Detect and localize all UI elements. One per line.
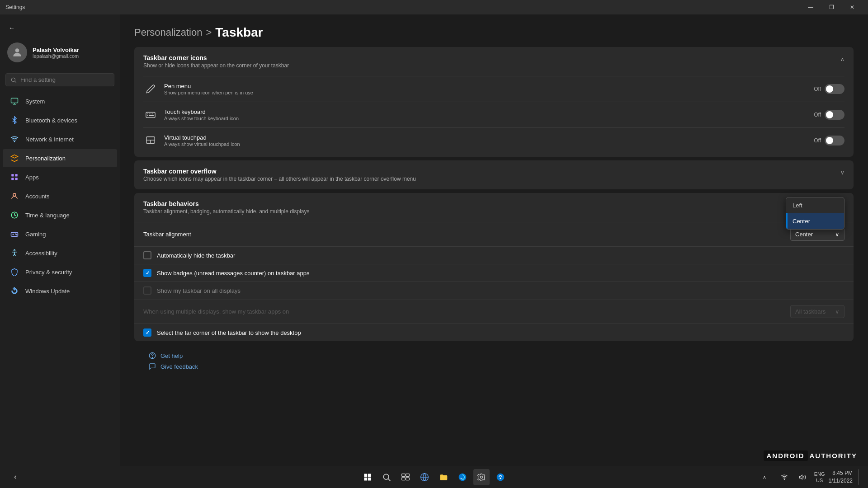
svg-point-6: [14, 141, 15, 142]
auto-hide-checkbox[interactable]: [143, 251, 151, 259]
show-desktop-button[interactable]: [858, 469, 861, 485]
sidebar-label-time: Time & language: [25, 212, 70, 219]
corner-icons-header[interactable]: Taskbar corner icons Show or hide icons …: [134, 47, 854, 76]
svg-point-20: [14, 250, 15, 251]
minimize-button[interactable]: —: [800, 0, 821, 14]
touch-keyboard-toggle[interactable]: [825, 110, 844, 120]
behaviors-section: Taskbar behaviors Taskbar alignment, bad…: [134, 193, 854, 341]
user-profile[interactable]: Palash Volvoikar lepalash@gmail.com: [0, 37, 120, 68]
show-desktop-label: Select the far corner of the taskbar to …: [157, 329, 301, 336]
sidebar-label-privacy: Privacy & security: [25, 269, 72, 276]
show-desktop-checkbox[interactable]: [143, 328, 151, 337]
sidebar-item-network[interactable]: Network & internet: [3, 130, 117, 148]
behaviors-subtitle: Taskbar alignment, badging, automaticall…: [143, 208, 840, 215]
app-container: ← Palash Volvoikar lepalash@gmail.com: [0, 14, 868, 488]
sys-tray: [776, 469, 811, 485]
restore-button[interactable]: ❐: [821, 0, 842, 14]
volume-icon[interactable]: [794, 469, 811, 485]
brush-icon: [10, 154, 19, 163]
taskbar-files-icon[interactable]: [435, 469, 452, 485]
network-status-icon[interactable]: [776, 469, 793, 485]
svg-point-13: [13, 193, 16, 196]
touch-keyboard-state: Off: [814, 112, 821, 118]
svg-point-44: [481, 476, 483, 479]
sidebar-item-system[interactable]: System: [3, 92, 117, 110]
alignment-dropdown-button[interactable]: Center ∨: [790, 228, 844, 241]
corner-overflow-header[interactable]: Taskbar corner overflow Choose which ico…: [134, 160, 854, 189]
corner-icons-section: Taskbar corner icons Show or hide icons …: [134, 47, 854, 157]
sidebar-item-update[interactable]: Windows Update: [3, 282, 117, 300]
svg-point-18: [15, 234, 16, 235]
taskbar-clock[interactable]: 8:45 PM 1/11/2022: [829, 469, 853, 485]
clock-time: 8:45 PM: [829, 469, 853, 477]
back-button[interactable]: ←: [5, 22, 18, 34]
pen-menu-toggle[interactable]: [825, 84, 844, 94]
taskbar-start-icon[interactable]: [359, 469, 376, 485]
sidebar-item-accounts[interactable]: Accounts: [3, 187, 117, 205]
sidebar-label-accounts: Accounts: [25, 193, 49, 200]
auto-hide-row: Automatically hide the taskbar: [134, 246, 854, 264]
close-button[interactable]: ✕: [842, 0, 863, 14]
virtual-touchpad-title: Virtual touchpad: [164, 134, 814, 141]
behaviors-header[interactable]: Taskbar behaviors Taskbar alignment, bad…: [134, 193, 854, 222]
svg-marker-48: [799, 475, 802, 479]
virtual-touchpad-toggle[interactable]: [825, 136, 844, 145]
watermark-authority: AUTHORITY: [810, 452, 858, 460]
shield-icon: [10, 267, 19, 277]
sidebar-label-accessibility: Accessibility: [25, 250, 57, 257]
taskbar-tray-chevron-icon[interactable]: ∧: [756, 469, 773, 485]
lang-bottom: US: [814, 477, 825, 483]
give-feedback-link[interactable]: Give feedback: [149, 363, 839, 370]
all-displays-label: Show my taskbar on all displays: [157, 287, 241, 294]
sidebar-item-gaming[interactable]: Gaming: [3, 225, 117, 243]
game-icon: [10, 230, 19, 239]
sidebar-item-time[interactable]: Time & language: [3, 206, 117, 224]
svg-rect-35: [364, 478, 368, 481]
badges-row: Show badges (unread messages counter) on…: [134, 264, 854, 282]
multi-display-row: When using multiple displays, show my ta…: [134, 299, 854, 324]
all-displays-row: Show my taskbar on all displays: [134, 282, 854, 299]
svg-point-37: [383, 474, 389, 479]
taskbar-center: [359, 469, 509, 485]
search-input[interactable]: [20, 76, 109, 83]
search-box[interactable]: [5, 73, 114, 86]
multi-display-label: When using multiple displays, show my ta…: [143, 308, 790, 315]
taskbar-edge-icon[interactable]: [454, 469, 471, 485]
svg-rect-39: [402, 474, 406, 477]
auto-hide-label: Automatically hide the taskbar: [157, 252, 235, 259]
time-icon: [10, 211, 19, 220]
sidebar-item-accessibility[interactable]: Accessibility: [3, 244, 117, 262]
svg-point-0: [15, 48, 19, 52]
feedback-icon: [149, 363, 156, 370]
taskbar-store-icon[interactable]: [492, 469, 509, 485]
taskbar-search-icon[interactable]: [378, 469, 395, 485]
taskbar-chevron-icon[interactable]: [7, 469, 24, 485]
sidebar-item-bluetooth[interactable]: Bluetooth & devices: [3, 111, 117, 129]
alignment-option-center[interactable]: Center: [786, 213, 844, 229]
breadcrumb-separator: >: [206, 27, 212, 38]
taskbar-settings-icon[interactable]: [473, 469, 490, 485]
monitor-icon: [10, 97, 19, 106]
svg-rect-36: [368, 478, 371, 481]
badges-checkbox[interactable]: [143, 269, 151, 277]
badges-label: Show badges (unread messages counter) on…: [157, 270, 309, 277]
corner-icons-title: Taskbar corner icons: [143, 54, 840, 61]
footer-links: Get help Give feedback: [134, 345, 854, 377]
taskbar-widgets-icon[interactable]: [416, 469, 433, 485]
taskbar-language[interactable]: ENG US: [814, 471, 825, 484]
sidebar-item-privacy[interactable]: Privacy & security: [3, 263, 117, 281]
window-title: Settings: [5, 4, 800, 10]
alignment-label: Taskbar alignment: [143, 231, 790, 238]
alignment-option-left[interactable]: Left: [786, 197, 844, 213]
corner-overflow-title: Taskbar corner overflow: [143, 168, 840, 175]
corner-overflow-section: Taskbar corner overflow Choose which ico…: [134, 160, 854, 189]
taskbar-taskview-icon[interactable]: [397, 469, 414, 485]
svg-rect-3: [11, 98, 18, 103]
sidebar-item-apps[interactable]: Apps: [3, 168, 117, 186]
touch-keyboard-desc: Always show touch keyboard icon: [164, 116, 814, 121]
user-info: Palash Volvoikar lepalash@gmail.com: [33, 47, 79, 59]
sidebar-item-personalization[interactable]: Personalization: [3, 149, 117, 167]
get-help-link[interactable]: Get help: [149, 352, 839, 359]
person-icon: [10, 192, 19, 201]
avatar: [7, 42, 27, 62]
